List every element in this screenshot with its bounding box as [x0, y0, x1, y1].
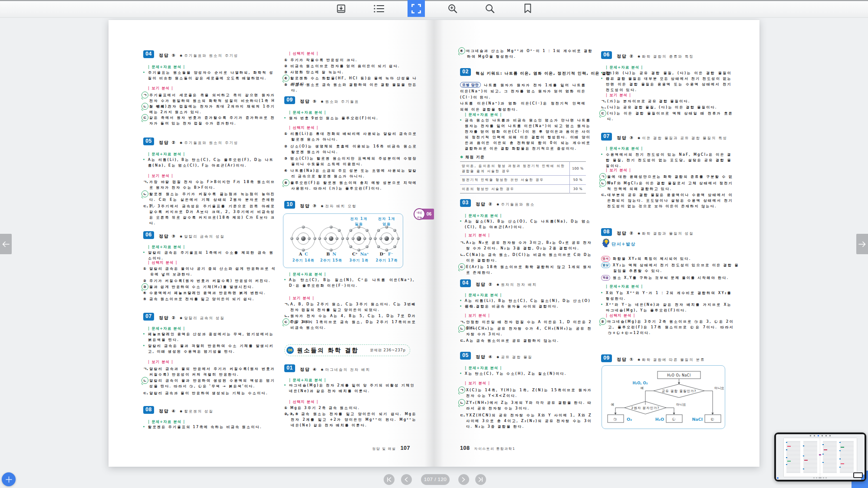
choice-marker-char: ④: [284, 168, 289, 174]
choice-text: ZY₃(NH₃)에서 Z는 3개의 Y와 각각 공유 결합을 한다. 따라서 공…: [466, 401, 592, 410]
choice-marker: ④: [460, 49, 466, 54]
next-page-arrow-button[interactable]: [856, 234, 868, 254]
choice-marker: ①: [143, 266, 149, 272]
problem-number-badge: 09: [284, 96, 295, 104]
choice-marker-char: ②, ③, ⑤: [284, 412, 298, 417]
choice-marker: ㄴ: [143, 104, 149, 110]
topic-star-icon: ✱: [638, 55, 640, 59]
answer-label: 정답 ②: [159, 315, 176, 320]
choice-item: ⑤금속 원소이므로 전자를 잃고 양이온이 되기 쉽다.: [143, 297, 276, 302]
last-page-button[interactable]: [475, 474, 486, 485]
choice-marker-char: ②: [284, 144, 289, 150]
bullet-text: X²⁺와 Y⁻는 네온(Ne)과 같은 전자 배치를 가지므로 X는 마그네슘(…: [606, 303, 732, 312]
prev-page-button[interactable]: [401, 474, 412, 485]
svg-text:F⁻: F⁻: [388, 252, 393, 256]
page-indicator[interactable]: 107 / 120: [421, 474, 450, 485]
topic-label: 화학 결합에 따른 물질의 분류: [642, 357, 705, 362]
scoring-table-grid: 양이온, 음이온의 형성 과정과 정전기적 인력에 의한 결합을 옳게 서술한 …: [460, 161, 586, 193]
search-button[interactable]: [481, 0, 499, 17]
bullet-dot-icon: [284, 117, 286, 118]
bullet-text: X와 Y는 X²⁺와 Y⁻가 1 : 2의 개수비로 결합하여 XY₂를 형성한…: [606, 291, 732, 301]
choices-section-header: | 보기 분석 |: [601, 168, 732, 173]
choice-marker-char: ㄴ: [143, 104, 148, 110]
choice-marker: ㄷ.: [601, 193, 607, 198]
choice-marker: ②: [601, 319, 607, 325]
page-left: 04정답 ⑤✱주기율표와 원소의 주기성| 문제+자료 분석 |주기율표는 원소…: [108, 20, 434, 467]
choice-item: ②, ③, ⑤금속 원소는 전자를 잃고 양이온이 되기 쉽다. Mg은 전자 …: [284, 412, 417, 429]
prev-page-arrow-button[interactable]: [0, 234, 12, 254]
problem-number-badge: 07: [601, 133, 612, 141]
choice-item: ㄷ.A는 금속 원소이므로 공유 결합하지 않는다.: [460, 338, 592, 344]
bullet-paragraph: 공유 결합은 비금속 원자들 사이의 결합이다.: [460, 304, 591, 310]
topic-star-icon: ✱: [321, 204, 323, 208]
svg-text:H₂O: H₂O: [655, 417, 664, 422]
choice-marker-char: ①: [284, 406, 289, 411]
clue-item-badge: 단서: [601, 256, 610, 262]
download-button[interactable]: [332, 0, 350, 17]
answer-label: 정답 ②: [617, 231, 634, 236]
svg-text:2주기 17족: 2주기 17족: [376, 259, 398, 262]
bookmark-button[interactable]: [519, 0, 536, 17]
choice-text: A는 금속 원소이므로 공유 결합하지 않는다.: [466, 339, 559, 343]
choice-text: E(Ar)는 18족 원소이므로 화학 결합하지 않고 1개의 원자로 존재한다…: [466, 265, 592, 275]
choice-marker-char: ㄴ.: [460, 252, 465, 258]
arrow-left-icon: [2, 241, 10, 247]
topic-star-icon: ✱: [180, 316, 182, 320]
fullscreen-button[interactable]: [408, 0, 425, 17]
next-page-button[interactable]: [458, 474, 469, 485]
topic-star-icon: ✱: [496, 203, 499, 206]
electron-diagram-svg: AC2주기 14족BN2주기 15족전자 1개잃음C⁺Na⁺3주기 1족전자 1…: [283, 214, 404, 269]
bullet-dot-icon: [601, 78, 602, 79]
bullet-paragraph: 마그네슘(Mg)은 전자 2개를 잃어 앞 주기의 비활성 기체인 네온(Ne)…: [284, 383, 415, 394]
svg-text:예: 예: [641, 386, 644, 390]
minimap-bottom-nav: [813, 477, 827, 478]
analysis-section-header: | 문제+자료 분석 |: [143, 152, 274, 157]
choice-marker-char: ㄴ: [460, 400, 465, 406]
bullet-text: 주기율표는 원소들을 양성자수 순서로 나열하되, 화학적 성질이 비슷한 원소…: [148, 71, 274, 80]
keyword-header: 02핵심 키워드: 나트륨 이온, 염화 이온, 정전기적 인력, 이온 결합: [460, 69, 602, 76]
bullet-dot-icon: [601, 154, 602, 155]
choice-marker-char: ②: [284, 64, 289, 69]
answer-label: 정답 ⑤: [300, 99, 317, 104]
add-note-fab-button[interactable]: [2, 472, 16, 486]
page-thumbnail-minimap[interactable]: [774, 432, 866, 481]
choice-text: 가장 바깥 껍질 전자 수는 F>B이지만 F가 18족 원소이므로 원자가 전…: [149, 180, 275, 190]
bullet-dot-icon: [284, 279, 286, 280]
choice-text: C(Na)는 금속 원소, D(Cl)는 비금속 원소이므로 C와 D는 이온 …: [466, 253, 592, 262]
choice-item: ㄴBH₄(CH₄)는 공유 전자쌍 수가 4, CH₃(NH₃)는 공유 전자쌍…: [460, 326, 592, 337]
topic-label: 이온 결합 물질과 공유 결합 물질의 특성: [642, 136, 727, 140]
choice-text: 대부분의 공유 결합 물질은 용융액이나 수용액 상태에서 이온화되지 않는다.…: [607, 193, 733, 208]
topic-label: 마그네슘의 전자 배치: [325, 367, 370, 372]
bullet-dot-icon: [460, 373, 461, 374]
problem-header: 06정답 ③✱알칼리 금속의 성질: [143, 232, 285, 239]
choice-text: 플루오린(F)은 할로젠 원소이며 충치 예방 성분으로 치약에 사용된다. 따…: [290, 181, 417, 190]
choice-item: ③염소(Cl)는 할로젠 원소이지만 표백제의 주성분이며 수영장 물이나 수돗…: [284, 156, 417, 167]
choice-text: 첫 번째 전자 껍질에는 전자가 최대 2개까지 채워져 1주기에는 2가지 원…: [149, 105, 275, 114]
answer-label: 정답 ②: [476, 282, 493, 287]
bullet-text: 금속 원소인 나트륨과 비금속 원소인 염소가 만나면 나트륨 원자는 전자를 …: [465, 118, 591, 151]
problem-number-badge: 04: [143, 50, 154, 58]
svg-text:H₂O, O₂: H₂O, O₂: [632, 381, 648, 385]
choice-marker: ㄱ: [460, 388, 466, 393]
svg-text:2원자 분자인가?: 2원자 분자인가?: [631, 406, 659, 410]
toc-button[interactable]: [370, 0, 388, 17]
bullet-text: 할로젠은 주기율표의 17족에 속하는 비금속 원소이다.: [148, 425, 262, 429]
scoring-percent: 50 %: [570, 176, 586, 185]
minimap-recursive-thumbnail: [853, 472, 863, 478]
bullet-text: A는 리튬(Li), B는 탄소(C), C는 플루오린(F), D는 나트륨(…: [148, 158, 274, 167]
analysis-section-header: | 문제+자료 분석 |: [460, 112, 591, 117]
bullet-dot-icon: [460, 305, 461, 307]
choice-marker-char: ㄱ: [460, 388, 465, 393]
first-page-button[interactable]: [384, 474, 395, 485]
scoring-row: 이온의 형성만 서술한 경우30 %: [460, 184, 586, 193]
svg-text:전자 1개: 전자 1개: [350, 217, 368, 221]
bullet-paragraph: 알칼리 금속은 물과 격렬히 반응하여 수소 기체를 발생시키고, 이때 생성된…: [143, 344, 274, 355]
svg-text:공유 결합 물질인가?: 공유 결합 물질인가?: [662, 389, 697, 393]
svg-text:2주기 15족: 2주기 15족: [320, 259, 342, 262]
svg-text:O₂: O₂: [627, 417, 632, 422]
bullet-text: 수용액에서의 전기 전도성이 있는 NaF, MgCl₂은 이온 결합 물질, …: [606, 153, 732, 168]
choice-item: ①Mg은 3주기 2족 금속 원소이다.: [284, 406, 417, 411]
zoom-in-button[interactable]: [444, 0, 461, 17]
problem-number-badge: 05: [460, 352, 471, 360]
section-tab-badge: 06내신수능: [414, 208, 434, 220]
